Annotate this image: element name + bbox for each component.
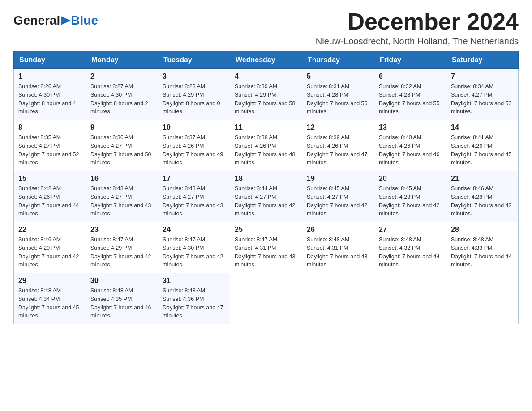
day-info: Sunrise: 8:30 AMSunset: 4:29 PMDaylight:… — [235, 82, 297, 116]
logo: General Blue — [13, 13, 98, 28]
day-info: Sunrise: 8:45 AMSunset: 4:27 PMDaylight:… — [307, 184, 369, 218]
calendar-cell: 28 Sunrise: 8:48 AMSunset: 4:33 PMDaylig… — [446, 222, 519, 273]
day-number: 3 — [163, 73, 225, 81]
day-number: 17 — [163, 175, 225, 183]
day-number: 5 — [307, 73, 369, 81]
day-info: Sunrise: 8:48 AMSunset: 4:33 PMDaylight:… — [451, 235, 514, 269]
day-number: 16 — [90, 175, 153, 183]
day-info: Sunrise: 8:47 AMSunset: 4:30 PMDaylight:… — [163, 235, 225, 269]
day-number: 25 — [235, 226, 297, 234]
day-number: 9 — [90, 124, 153, 132]
calendar-header-row: SundayMondayTuesdayWednesdayThursdayFrid… — [14, 51, 519, 69]
day-number: 21 — [451, 175, 514, 183]
day-number: 15 — [18, 175, 81, 183]
col-header-monday: Monday — [86, 51, 158, 69]
day-number: 12 — [307, 124, 369, 132]
day-info: Sunrise: 8:46 AMSunset: 4:28 PMDaylight:… — [451, 184, 514, 218]
calendar-cell — [230, 273, 302, 324]
logo-blue: Blue — [71, 13, 98, 28]
day-number: 14 — [451, 124, 514, 132]
calendar-cell: 15 Sunrise: 8:42 AMSunset: 4:26 PMDaylig… — [14, 171, 86, 222]
calendar-cell: 25 Sunrise: 8:47 AMSunset: 4:31 PMDaylig… — [230, 222, 302, 273]
calendar-cell: 16 Sunrise: 8:43 AMSunset: 4:27 PMDaylig… — [86, 171, 158, 222]
col-header-tuesday: Tuesday — [158, 51, 230, 69]
day-number: 26 — [307, 226, 369, 234]
day-number: 22 — [18, 226, 81, 234]
calendar-cell: 27 Sunrise: 8:48 AMSunset: 4:32 PMDaylig… — [374, 222, 446, 273]
calendar-cell: 30 Sunrise: 8:48 AMSunset: 4:35 PMDaylig… — [86, 273, 158, 324]
day-info: Sunrise: 8:48 AMSunset: 4:34 PMDaylight:… — [18, 287, 81, 320]
day-number: 23 — [90, 226, 153, 234]
day-number: 1 — [18, 73, 81, 81]
title-area: December 2024 Nieuw-Loosdrecht, North Ho… — [316, 9, 519, 47]
calendar-cell: 1 Sunrise: 8:26 AMSunset: 4:30 PMDayligh… — [14, 69, 86, 120]
calendar-cell: 7 Sunrise: 8:34 AMSunset: 4:27 PMDayligh… — [446, 69, 519, 120]
col-header-wednesday: Wednesday — [230, 51, 302, 69]
calendar-week-row: 8 Sunrise: 8:35 AMSunset: 4:27 PMDayligh… — [14, 120, 519, 171]
day-info: Sunrise: 8:37 AMSunset: 4:26 PMDaylight:… — [163, 133, 225, 167]
day-info: Sunrise: 8:43 AMSunset: 4:27 PMDaylight:… — [163, 184, 225, 218]
calendar-week-row: 29 Sunrise: 8:48 AMSunset: 4:34 PMDaylig… — [14, 273, 519, 324]
day-number: 13 — [379, 124, 442, 132]
day-info: Sunrise: 8:35 AMSunset: 4:27 PMDaylight:… — [18, 133, 81, 167]
day-info: Sunrise: 8:34 AMSunset: 4:27 PMDaylight:… — [451, 82, 514, 116]
day-info: Sunrise: 8:48 AMSunset: 4:35 PMDaylight:… — [90, 287, 153, 320]
calendar-cell: 4 Sunrise: 8:30 AMSunset: 4:29 PMDayligh… — [230, 69, 302, 120]
day-number: 27 — [379, 226, 442, 234]
calendar-cell: 21 Sunrise: 8:46 AMSunset: 4:28 PMDaylig… — [446, 171, 519, 222]
day-number: 10 — [163, 124, 225, 132]
calendar-cell: 19 Sunrise: 8:45 AMSunset: 4:27 PMDaylig… — [302, 171, 374, 222]
calendar-cell: 17 Sunrise: 8:43 AMSunset: 4:27 PMDaylig… — [158, 171, 230, 222]
day-info: Sunrise: 8:40 AMSunset: 4:26 PMDaylight:… — [379, 133, 442, 167]
day-number: 31 — [163, 277, 225, 285]
calendar-cell: 2 Sunrise: 8:27 AMSunset: 4:30 PMDayligh… — [86, 69, 158, 120]
page-header: General Blue December 2024 Nieuw-Loosdre… — [13, 9, 519, 47]
logo-arrow-icon — [61, 16, 71, 25]
day-info: Sunrise: 8:47 AMSunset: 4:31 PMDaylight:… — [235, 235, 297, 269]
calendar-week-row: 1 Sunrise: 8:26 AMSunset: 4:30 PMDayligh… — [14, 69, 519, 120]
calendar-cell: 10 Sunrise: 8:37 AMSunset: 4:26 PMDaylig… — [158, 120, 230, 171]
day-number: 4 — [235, 73, 297, 81]
calendar-cell: 14 Sunrise: 8:41 AMSunset: 4:26 PMDaylig… — [446, 120, 519, 171]
svg-marker-0 — [61, 16, 71, 25]
day-info: Sunrise: 8:45 AMSunset: 4:28 PMDaylight:… — [379, 184, 442, 218]
day-number: 30 — [90, 277, 153, 285]
calendar-cell — [302, 273, 374, 324]
calendar-cell: 9 Sunrise: 8:36 AMSunset: 4:27 PMDayligh… — [86, 120, 158, 171]
day-info: Sunrise: 8:47 AMSunset: 4:29 PMDaylight:… — [90, 235, 153, 269]
day-info: Sunrise: 8:48 AMSunset: 4:32 PMDaylight:… — [379, 235, 442, 269]
calendar-cell — [374, 273, 446, 324]
calendar-cell: 3 Sunrise: 8:28 AMSunset: 4:29 PMDayligh… — [158, 69, 230, 120]
day-info: Sunrise: 8:39 AMSunset: 4:26 PMDaylight:… — [307, 133, 369, 167]
day-info: Sunrise: 8:26 AMSunset: 4:30 PMDaylight:… — [18, 82, 81, 116]
logo-general: General — [13, 13, 60, 28]
day-info: Sunrise: 8:48 AMSunset: 4:31 PMDaylight:… — [307, 235, 369, 269]
day-number: 20 — [379, 175, 442, 183]
calendar-cell: 31 Sunrise: 8:48 AMSunset: 4:36 PMDaylig… — [158, 273, 230, 324]
day-number: 8 — [18, 124, 81, 132]
day-info: Sunrise: 8:42 AMSunset: 4:26 PMDaylight:… — [18, 184, 81, 218]
col-header-friday: Friday — [374, 51, 446, 69]
day-info: Sunrise: 8:44 AMSunset: 4:27 PMDaylight:… — [235, 184, 297, 218]
calendar-week-row: 15 Sunrise: 8:42 AMSunset: 4:26 PMDaylig… — [14, 171, 519, 222]
calendar-cell: 18 Sunrise: 8:44 AMSunset: 4:27 PMDaylig… — [230, 171, 302, 222]
day-info: Sunrise: 8:41 AMSunset: 4:26 PMDaylight:… — [451, 133, 514, 167]
month-title: December 2024 — [316, 9, 519, 34]
calendar-cell — [446, 273, 519, 324]
day-info: Sunrise: 8:32 AMSunset: 4:28 PMDaylight:… — [379, 82, 442, 116]
calendar-cell: 26 Sunrise: 8:48 AMSunset: 4:31 PMDaylig… — [302, 222, 374, 273]
day-number: 7 — [451, 73, 514, 81]
day-info: Sunrise: 8:48 AMSunset: 4:36 PMDaylight:… — [163, 287, 225, 320]
col-header-saturday: Saturday — [446, 51, 519, 69]
calendar-table: SundayMondayTuesdayWednesdayThursdayFrid… — [13, 51, 519, 324]
day-info: Sunrise: 8:28 AMSunset: 4:29 PMDaylight:… — [163, 82, 225, 116]
calendar-cell: 12 Sunrise: 8:39 AMSunset: 4:26 PMDaylig… — [302, 120, 374, 171]
location-subtitle: Nieuw-Loosdrecht, North Holland, The Net… — [316, 36, 519, 47]
calendar-cell: 13 Sunrise: 8:40 AMSunset: 4:26 PMDaylig… — [374, 120, 446, 171]
day-number: 29 — [18, 277, 81, 285]
day-number: 18 — [235, 175, 297, 183]
calendar-cell: 11 Sunrise: 8:38 AMSunset: 4:26 PMDaylig… — [230, 120, 302, 171]
day-info: Sunrise: 8:27 AMSunset: 4:30 PMDaylight:… — [90, 82, 153, 116]
calendar-cell: 24 Sunrise: 8:47 AMSunset: 4:30 PMDaylig… — [158, 222, 230, 273]
day-number: 28 — [451, 226, 514, 234]
